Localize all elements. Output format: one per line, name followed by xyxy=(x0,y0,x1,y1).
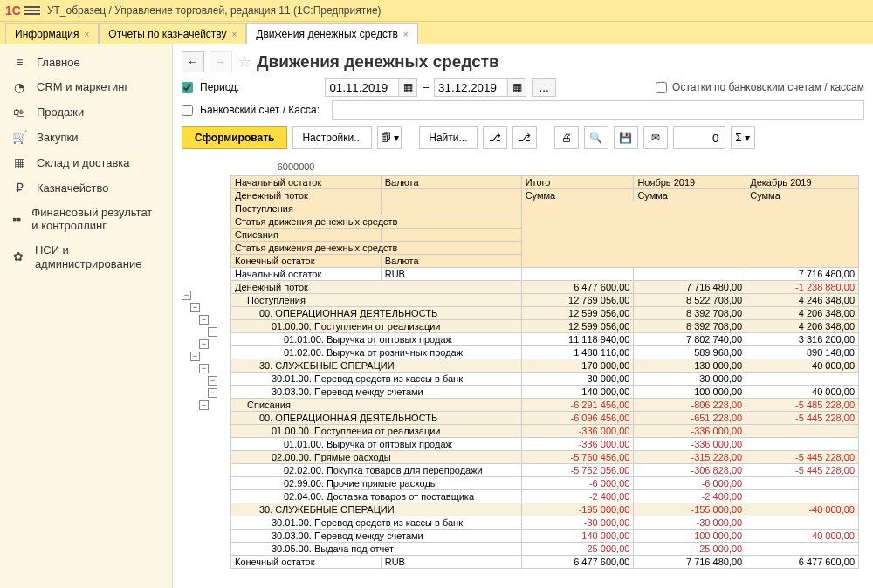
sigma-button[interactable]: Σ ▾ xyxy=(731,126,755,149)
tab-reports[interactable]: Отчеты по казначейству× xyxy=(99,23,246,44)
sidebar-item-admin[interactable]: ✿НСИ и администрирование xyxy=(0,238,172,276)
table-row[interactable]: Начальный остатокRUB7 716 480,00 xyxy=(231,268,859,281)
cart-icon: 🛒 xyxy=(12,130,26,145)
expand-toggle[interactable]: − xyxy=(182,291,191,300)
print-button[interactable]: 🖨 xyxy=(554,126,579,149)
sidebar-item-label: Финансовый результат и контроллинг xyxy=(31,206,160,233)
expand-toggle[interactable]: − xyxy=(208,388,217,398)
cell-name: 30. СЛУЖЕБНЫЕ ОПЕРАЦИИ xyxy=(231,503,522,516)
cell-total: 170 000,00 xyxy=(521,359,634,373)
copy-button[interactable]: 🗐 ▾ xyxy=(377,126,402,149)
sidebar-item-treasury[interactable]: ₽Казначейство xyxy=(0,175,172,201)
settings-button[interactable]: Настройки... xyxy=(292,126,372,149)
cell-name: 02.00.00. Прямые расходы xyxy=(231,451,522,464)
table-row[interactable]: 02.00.00. Прямые расходы-5 760 456,00-31… xyxy=(231,451,859,464)
expand-toggle[interactable]: − xyxy=(199,315,209,325)
tab-info[interactable]: Информация× xyxy=(5,23,99,44)
calendar-icon[interactable]: ▦ xyxy=(507,78,526,97)
table-row[interactable]: 30.01.00. Перевод средств из кассы в бан… xyxy=(231,373,859,386)
save-button[interactable]: 💾 xyxy=(614,126,638,149)
back-button[interactable]: ← xyxy=(182,51,204,72)
period-checkbox[interactable] xyxy=(182,82,193,93)
table-row[interactable]: 01.01.00. Выручка от оптовых продаж11 11… xyxy=(231,333,859,346)
expand-toggle[interactable]: − xyxy=(190,352,200,361)
grid-icon: ▦ xyxy=(12,155,26,170)
sidebar-item-sales[interactable]: 🛍Продажи xyxy=(0,100,172,126)
tab-cashflow[interactable]: Движения денежных средств× xyxy=(246,23,417,44)
sidebar-item-crm[interactable]: ◔CRM и маркетинг xyxy=(0,75,172,100)
account-input[interactable] xyxy=(332,100,864,120)
cell-dec: 3 316 200,00 xyxy=(746,333,859,346)
grid-header: Сумма xyxy=(521,189,634,202)
period-select-button[interactable]: ... xyxy=(532,78,556,97)
table-row[interactable]: 30.03.00. Перевод между счетами140 000,0… xyxy=(231,386,859,399)
cell-total: 11 118 940,00 xyxy=(521,333,634,346)
table-row[interactable]: 01.00.00. Поступления от реализации12 59… xyxy=(231,320,859,333)
expand-toggle[interactable]: − xyxy=(190,303,200,312)
sidebar-item-warehouse[interactable]: ▦Склад и доставка xyxy=(0,150,172,175)
table-row[interactable]: 02.99.00. Прочие прямые расходы-6 000,00… xyxy=(231,477,859,490)
cell-dec: -5 485 228,00 xyxy=(746,399,859,412)
tree-expand-column: −−−−−−−−−− xyxy=(178,175,230,569)
table-row[interactable]: 01.01.00. Выручка от оптовых продаж-336 … xyxy=(231,438,859,451)
close-icon[interactable]: × xyxy=(403,30,409,39)
favorite-icon[interactable]: ☆ xyxy=(237,52,251,72)
cell-name: 30.03.00. Перевод между счетами xyxy=(231,530,522,543)
collapse-all-button[interactable]: ⎇ xyxy=(512,126,537,149)
table-row[interactable]: Поступления12 769 056,008 522 708,004 24… xyxy=(231,294,859,307)
cell-total: 1 480 116,00 xyxy=(521,346,634,359)
expand-toggle[interactable]: − xyxy=(208,327,217,337)
sidebar-item-finance[interactable]: ▪▪Финансовый результат и контроллинг xyxy=(0,201,172,238)
table-row[interactable]: 00. ОПЕРАЦИОННАЯ ДЕЯТЕЛЬНОСТЬ-6 096 456,… xyxy=(231,412,859,425)
balance-checkbox[interactable] xyxy=(656,82,667,93)
cell-total: 6 477 600,00 xyxy=(521,281,634,294)
generate-button[interactable]: Сформировать xyxy=(182,126,287,149)
title-bar: 1C УТ_образец / Управление торговлей, ре… xyxy=(0,0,873,22)
preview-button[interactable]: 🔍 xyxy=(584,126,608,149)
table-row[interactable]: 30.05.00. Выдача под отчет-25 000,00-25 … xyxy=(231,543,859,556)
table-row[interactable]: 01.00.00. Поступления от реализации-336 … xyxy=(231,425,859,438)
table-row[interactable]: 30.01.00. Перевод средств из кассы в бан… xyxy=(231,516,859,530)
tab-label: Информация xyxy=(15,28,79,40)
find-button[interactable]: Найти... xyxy=(419,126,477,149)
cell-name: 01.00.00. Поступления от реализации xyxy=(231,320,522,333)
table-row[interactable]: 30. СЛУЖЕБНЫЕ ОПЕРАЦИИ170 000,00130 000,… xyxy=(231,359,859,373)
cell-name: 30.05.00. Выдача под отчет xyxy=(231,543,522,556)
grid-header: Сумма xyxy=(634,189,746,202)
close-icon[interactable]: × xyxy=(84,30,89,39)
tab-label: Отчеты по казначейству xyxy=(108,28,226,40)
cell-name: 02.99.00. Прочие прямые расходы xyxy=(231,477,522,490)
menu-burger-icon[interactable] xyxy=(24,6,40,15)
zero-input[interactable] xyxy=(673,126,725,149)
table-row[interactable]: 00. ОПЕРАЦИОННАЯ ДЕЯТЕЛЬНОСТЬ12 599 056,… xyxy=(231,307,859,320)
email-button[interactable]: ✉ xyxy=(643,126,668,149)
account-checkbox[interactable] xyxy=(182,105,193,116)
expand-toggle[interactable]: − xyxy=(208,376,217,386)
expand-toggle[interactable]: − xyxy=(199,364,209,373)
date-from-input[interactable] xyxy=(325,78,403,97)
expand-toggle[interactable]: − xyxy=(199,400,209,410)
table-row[interactable]: Списания-6 291 456,00-806 228,00-5 485 2… xyxy=(231,399,859,412)
sidebar-item-label: НСИ и администрирование xyxy=(35,243,160,270)
cell-nov: 130 000,00 xyxy=(634,359,746,373)
calendar-icon[interactable]: ▦ xyxy=(398,78,417,97)
table-row[interactable]: 02.02.00. Покупка товаров для перепродаж… xyxy=(231,464,859,477)
report-grid: Начальный остаток Валюта Итого Ноябрь 20… xyxy=(230,175,859,569)
table-row[interactable]: Конечный остатокRUB6 477 600,007 716 480… xyxy=(231,556,859,569)
cell-total: -195 000,00 xyxy=(521,503,634,516)
close-icon[interactable]: × xyxy=(231,30,237,39)
table-row[interactable]: 01.02.00. Выручка от розничных продаж1 4… xyxy=(231,346,859,359)
forward-button[interactable]: → xyxy=(210,51,232,72)
sidebar-item-purchases[interactable]: 🛒Закупки xyxy=(0,125,172,150)
expand-toggle[interactable]: − xyxy=(199,339,209,349)
table-row[interactable]: 30. СЛУЖЕБНЫЕ ОПЕРАЦИИ-195 000,00-155 00… xyxy=(231,503,859,516)
expand-all-button[interactable]: ⎇ xyxy=(483,126,507,149)
cell-dec xyxy=(746,373,859,386)
table-row[interactable]: 30.03.00. Перевод между счетами-140 000,… xyxy=(231,530,859,543)
date-to-input[interactable] xyxy=(434,78,512,97)
cell-nov: -155 000,00 xyxy=(634,503,746,516)
table-row[interactable]: 02.04.00. Доставка товаров от поставщика… xyxy=(231,490,859,503)
cell-dec: 6 477 600,00 xyxy=(746,556,859,569)
sidebar-item-main[interactable]: ≡Главное xyxy=(0,50,172,75)
table-row[interactable]: Денежный поток6 477 600,007 716 480,00-1… xyxy=(231,281,859,294)
